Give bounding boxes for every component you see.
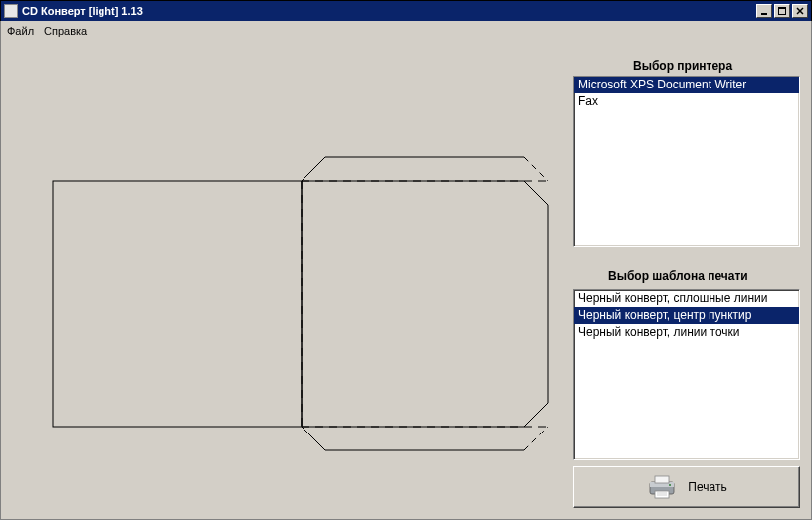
printer-icon: [646, 474, 678, 500]
svg-marker-6: [302, 181, 548, 427]
print-button-label: Печать: [688, 480, 726, 494]
printer-section-label: Выбор принтера: [633, 59, 732, 73]
app-icon: [4, 4, 18, 18]
template-list-item[interactable]: Черный конверт, линии точки: [574, 324, 799, 341]
template-list-item[interactable]: Черный конверт, сплошные линии: [574, 290, 799, 307]
svg-line-12: [524, 427, 548, 450]
menu-help[interactable]: Справка: [44, 25, 87, 37]
minimize-button[interactable]: [756, 4, 772, 18]
maximize-button[interactable]: [774, 4, 790, 18]
template-listbox[interactable]: Черный конверт, сплошные линииЧерный кон…: [573, 289, 800, 460]
svg-line-9: [524, 157, 548, 181]
client-area: Выбор принтера Microsoft XPS Document Wr…: [0, 41, 812, 520]
svg-rect-19: [655, 491, 669, 498]
svg-rect-2: [778, 7, 786, 9]
envelope-preview: [51, 155, 558, 453]
window-buttons: [756, 4, 808, 18]
svg-rect-0: [761, 13, 767, 15]
svg-rect-5: [53, 181, 302, 427]
template-section-label: Выбор шаблона печати: [608, 269, 748, 283]
menu-bar: Файл Справка: [0, 21, 812, 41]
printer-list-item[interactable]: Microsoft XPS Document Writer: [574, 77, 799, 93]
printer-listbox[interactable]: Microsoft XPS Document WriterFax: [573, 76, 800, 247]
menu-file[interactable]: Файл: [7, 25, 34, 37]
title-bar: CD Конверт [light] 1.13: [0, 0, 812, 21]
svg-line-11: [302, 427, 325, 450]
printer-list-item[interactable]: Fax: [574, 93, 799, 110]
svg-rect-18: [655, 476, 669, 483]
close-button[interactable]: [792, 4, 808, 18]
window-title: CD Конверт [light] 1.13: [22, 5, 756, 17]
svg-point-22: [669, 484, 671, 486]
template-list-item[interactable]: Черный конверт, центр пунктир: [574, 307, 799, 324]
svg-line-8: [302, 157, 325, 181]
print-button[interactable]: Печать: [573, 466, 800, 508]
